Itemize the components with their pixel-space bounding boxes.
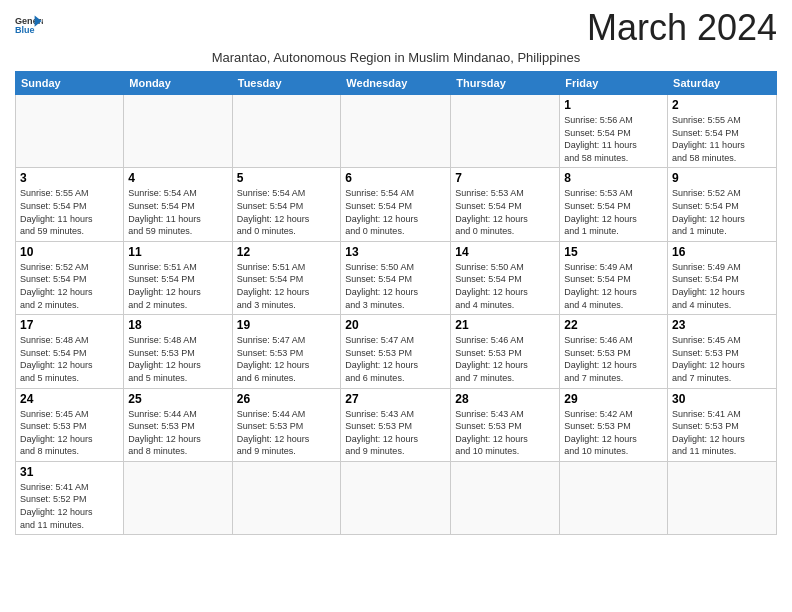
calendar-day-cell xyxy=(124,95,232,168)
day-info: Sunrise: 5:44 AMSunset: 5:53 PMDaylight:… xyxy=(237,408,337,458)
day-info: Sunrise: 5:42 AMSunset: 5:53 PMDaylight:… xyxy=(564,408,663,458)
calendar-week-row: 17Sunrise: 5:48 AMSunset: 5:54 PMDayligh… xyxy=(16,315,777,388)
calendar-day-cell: 5Sunrise: 5:54 AMSunset: 5:54 PMDaylight… xyxy=(232,168,341,241)
calendar-day-cell: 4Sunrise: 5:54 AMSunset: 5:54 PMDaylight… xyxy=(124,168,232,241)
day-number: 19 xyxy=(237,318,337,332)
day-number: 13 xyxy=(345,245,446,259)
calendar-day-cell: 14Sunrise: 5:50 AMSunset: 5:54 PMDayligh… xyxy=(451,241,560,314)
calendar-day-cell: 10Sunrise: 5:52 AMSunset: 5:54 PMDayligh… xyxy=(16,241,124,314)
day-number: 14 xyxy=(455,245,555,259)
calendar-day-cell: 21Sunrise: 5:46 AMSunset: 5:53 PMDayligh… xyxy=(451,315,560,388)
day-info: Sunrise: 5:54 AMSunset: 5:54 PMDaylight:… xyxy=(345,187,446,237)
day-info: Sunrise: 5:55 AMSunset: 5:54 PMDaylight:… xyxy=(20,187,119,237)
weekday-header-tuesday: Tuesday xyxy=(232,72,341,95)
calendar-day-cell: 28Sunrise: 5:43 AMSunset: 5:53 PMDayligh… xyxy=(451,388,560,461)
day-number: 5 xyxy=(237,171,337,185)
day-number: 23 xyxy=(672,318,772,332)
calendar-day-cell xyxy=(232,461,341,534)
calendar-day-cell: 13Sunrise: 5:50 AMSunset: 5:54 PMDayligh… xyxy=(341,241,451,314)
calendar-day-cell: 1Sunrise: 5:56 AMSunset: 5:54 PMDaylight… xyxy=(560,95,668,168)
day-info: Sunrise: 5:46 AMSunset: 5:53 PMDaylight:… xyxy=(455,334,555,384)
day-number: 10 xyxy=(20,245,119,259)
calendar-day-cell xyxy=(341,95,451,168)
day-info: Sunrise: 5:48 AMSunset: 5:54 PMDaylight:… xyxy=(20,334,119,384)
day-info: Sunrise: 5:43 AMSunset: 5:53 PMDaylight:… xyxy=(455,408,555,458)
day-info: Sunrise: 5:43 AMSunset: 5:53 PMDaylight:… xyxy=(345,408,446,458)
calendar-day-cell xyxy=(232,95,341,168)
weekday-header-wednesday: Wednesday xyxy=(341,72,451,95)
calendar-day-cell: 2Sunrise: 5:55 AMSunset: 5:54 PMDaylight… xyxy=(668,95,777,168)
day-info: Sunrise: 5:52 AMSunset: 5:54 PMDaylight:… xyxy=(20,261,119,311)
logo: General Blue xyxy=(15,14,43,38)
day-number: 4 xyxy=(128,171,227,185)
calendar-day-cell: 26Sunrise: 5:44 AMSunset: 5:53 PMDayligh… xyxy=(232,388,341,461)
day-info: Sunrise: 5:44 AMSunset: 5:53 PMDaylight:… xyxy=(128,408,227,458)
day-info: Sunrise: 5:54 AMSunset: 5:54 PMDaylight:… xyxy=(237,187,337,237)
day-number: 7 xyxy=(455,171,555,185)
weekday-header-thursday: Thursday xyxy=(451,72,560,95)
calendar-day-cell xyxy=(451,95,560,168)
calendar-day-cell: 20Sunrise: 5:47 AMSunset: 5:53 PMDayligh… xyxy=(341,315,451,388)
day-info: Sunrise: 5:54 AMSunset: 5:54 PMDaylight:… xyxy=(128,187,227,237)
calendar-week-row: 1Sunrise: 5:56 AMSunset: 5:54 PMDaylight… xyxy=(16,95,777,168)
day-info: Sunrise: 5:47 AMSunset: 5:53 PMDaylight:… xyxy=(237,334,337,384)
day-number: 17 xyxy=(20,318,119,332)
calendar-table: SundayMondayTuesdayWednesdayThursdayFrid… xyxy=(15,71,777,535)
calendar-day-cell xyxy=(560,461,668,534)
day-number: 12 xyxy=(237,245,337,259)
day-number: 16 xyxy=(672,245,772,259)
day-info: Sunrise: 5:52 AMSunset: 5:54 PMDaylight:… xyxy=(672,187,772,237)
day-number: 20 xyxy=(345,318,446,332)
day-number: 28 xyxy=(455,392,555,406)
svg-text:Blue: Blue xyxy=(15,25,35,35)
calendar-week-row: 24Sunrise: 5:45 AMSunset: 5:53 PMDayligh… xyxy=(16,388,777,461)
calendar-day-cell: 12Sunrise: 5:51 AMSunset: 5:54 PMDayligh… xyxy=(232,241,341,314)
calendar-day-cell: 6Sunrise: 5:54 AMSunset: 5:54 PMDaylight… xyxy=(341,168,451,241)
day-info: Sunrise: 5:50 AMSunset: 5:54 PMDaylight:… xyxy=(345,261,446,311)
calendar-day-cell xyxy=(668,461,777,534)
calendar-day-cell: 3Sunrise: 5:55 AMSunset: 5:54 PMDaylight… xyxy=(16,168,124,241)
day-info: Sunrise: 5:49 AMSunset: 5:54 PMDaylight:… xyxy=(672,261,772,311)
calendar-day-cell: 27Sunrise: 5:43 AMSunset: 5:53 PMDayligh… xyxy=(341,388,451,461)
calendar-day-cell: 24Sunrise: 5:45 AMSunset: 5:53 PMDayligh… xyxy=(16,388,124,461)
day-info: Sunrise: 5:41 AMSunset: 5:52 PMDaylight:… xyxy=(20,481,119,531)
day-number: 9 xyxy=(672,171,772,185)
calendar-day-cell xyxy=(341,461,451,534)
day-info: Sunrise: 5:55 AMSunset: 5:54 PMDaylight:… xyxy=(672,114,772,164)
calendar-day-cell: 17Sunrise: 5:48 AMSunset: 5:54 PMDayligh… xyxy=(16,315,124,388)
day-info: Sunrise: 5:51 AMSunset: 5:54 PMDaylight:… xyxy=(237,261,337,311)
calendar-day-cell xyxy=(16,95,124,168)
day-number: 30 xyxy=(672,392,772,406)
day-number: 24 xyxy=(20,392,119,406)
day-number: 8 xyxy=(564,171,663,185)
day-info: Sunrise: 5:53 AMSunset: 5:54 PMDaylight:… xyxy=(455,187,555,237)
calendar-week-row: 10Sunrise: 5:52 AMSunset: 5:54 PMDayligh… xyxy=(16,241,777,314)
day-number: 18 xyxy=(128,318,227,332)
calendar-day-cell: 30Sunrise: 5:41 AMSunset: 5:53 PMDayligh… xyxy=(668,388,777,461)
day-info: Sunrise: 5:46 AMSunset: 5:53 PMDaylight:… xyxy=(564,334,663,384)
day-number: 1 xyxy=(564,98,663,112)
day-info: Sunrise: 5:45 AMSunset: 5:53 PMDaylight:… xyxy=(672,334,772,384)
calendar-day-cell: 11Sunrise: 5:51 AMSunset: 5:54 PMDayligh… xyxy=(124,241,232,314)
day-info: Sunrise: 5:45 AMSunset: 5:53 PMDaylight:… xyxy=(20,408,119,458)
calendar-day-cell: 31Sunrise: 5:41 AMSunset: 5:52 PMDayligh… xyxy=(16,461,124,534)
weekday-header-row: SundayMondayTuesdayWednesdayThursdayFrid… xyxy=(16,72,777,95)
day-number: 29 xyxy=(564,392,663,406)
day-number: 15 xyxy=(564,245,663,259)
calendar-day-cell: 8Sunrise: 5:53 AMSunset: 5:54 PMDaylight… xyxy=(560,168,668,241)
day-info: Sunrise: 5:49 AMSunset: 5:54 PMDaylight:… xyxy=(564,261,663,311)
calendar-day-cell: 29Sunrise: 5:42 AMSunset: 5:53 PMDayligh… xyxy=(560,388,668,461)
calendar-day-cell xyxy=(451,461,560,534)
calendar-week-row: 31Sunrise: 5:41 AMSunset: 5:52 PMDayligh… xyxy=(16,461,777,534)
calendar-day-cell: 19Sunrise: 5:47 AMSunset: 5:53 PMDayligh… xyxy=(232,315,341,388)
day-info: Sunrise: 5:51 AMSunset: 5:54 PMDaylight:… xyxy=(128,261,227,311)
weekday-header-saturday: Saturday xyxy=(668,72,777,95)
day-info: Sunrise: 5:41 AMSunset: 5:53 PMDaylight:… xyxy=(672,408,772,458)
month-title: March 2024 xyxy=(587,10,777,46)
weekday-header-monday: Monday xyxy=(124,72,232,95)
day-number: 26 xyxy=(237,392,337,406)
calendar-day-cell: 18Sunrise: 5:48 AMSunset: 5:53 PMDayligh… xyxy=(124,315,232,388)
calendar-day-cell: 15Sunrise: 5:49 AMSunset: 5:54 PMDayligh… xyxy=(560,241,668,314)
day-info: Sunrise: 5:48 AMSunset: 5:53 PMDaylight:… xyxy=(128,334,227,384)
calendar-day-cell: 23Sunrise: 5:45 AMSunset: 5:53 PMDayligh… xyxy=(668,315,777,388)
